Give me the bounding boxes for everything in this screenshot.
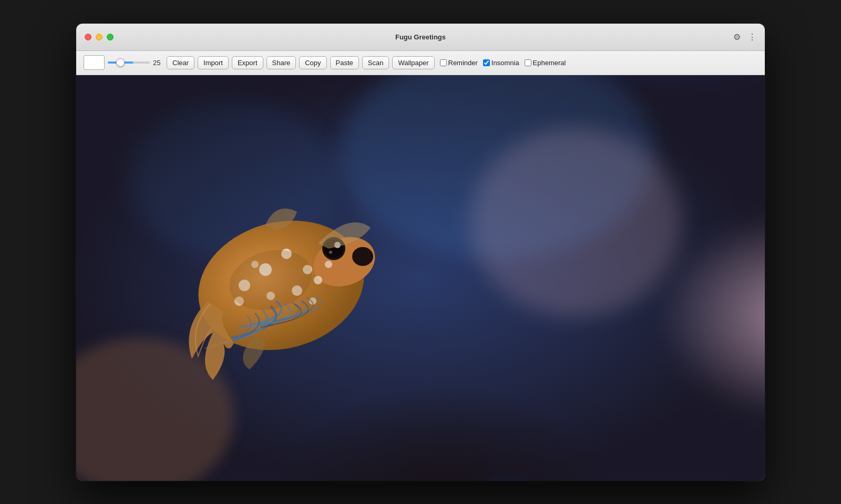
insomnia-label: Insomnia	[491, 59, 519, 67]
copy-button[interactable]: Copy	[299, 56, 326, 69]
ephemeral-label: Ephemeral	[533, 59, 566, 67]
svg-point-8	[129, 101, 339, 259]
traffic-lights	[85, 34, 114, 40]
canvas-area[interactable]	[76, 75, 765, 481]
app-window: Fugu Greetings ⚙ ⋮ 25 Clear Import Expor…	[76, 24, 765, 481]
reminder-checkbox[interactable]	[440, 59, 447, 66]
svg-point-7	[381, 375, 591, 481]
svg-point-25	[322, 237, 345, 260]
brush-size-slider[interactable]	[108, 61, 150, 64]
svg-point-11	[183, 202, 378, 368]
share-button[interactable]: Share	[266, 56, 296, 69]
canvas-background	[76, 75, 765, 481]
ephemeral-checkbox[interactable]	[525, 59, 531, 66]
svg-point-3	[581, 275, 765, 481]
svg-point-21	[251, 261, 259, 268]
checkbox-group: Reminder Insomnia Ephemeral	[440, 59, 566, 67]
reminder-checkbox-label[interactable]: Reminder	[440, 59, 478, 67]
clear-button[interactable]: Clear	[167, 56, 194, 69]
wallpaper-button[interactable]: Wallpaper	[392, 56, 434, 69]
svg-point-22	[325, 261, 332, 268]
window-title: Fugu Greetings	[395, 33, 446, 41]
svg-point-28	[329, 251, 332, 254]
slider-value: 25	[153, 59, 163, 67]
fish-illustration	[76, 75, 765, 481]
titlebar-actions: ⚙ ⋮	[733, 32, 756, 42]
menu-icon[interactable]: ⋮	[748, 32, 756, 42]
svg-point-14	[259, 263, 272, 276]
maximize-button[interactable]	[107, 34, 114, 40]
close-button[interactable]	[85, 34, 91, 40]
import-button[interactable]: Import	[198, 56, 229, 69]
svg-point-18	[266, 292, 275, 300]
svg-point-29	[222, 241, 319, 319]
reminder-label: Reminder	[448, 59, 478, 67]
titlebar: Fugu Greetings ⚙ ⋮	[76, 24, 765, 51]
color-swatch[interactable]	[84, 55, 105, 70]
svg-point-23	[234, 296, 244, 306]
ephemeral-checkbox-label[interactable]: Ephemeral	[525, 59, 566, 67]
svg-point-10	[470, 128, 681, 317]
scan-button[interactable]: Scan	[362, 56, 389, 69]
svg-point-12	[306, 229, 382, 295]
svg-point-15	[281, 249, 292, 259]
svg-rect-0	[76, 75, 765, 481]
svg-point-20	[314, 276, 322, 284]
settings-icon[interactable]: ⚙	[733, 32, 741, 42]
svg-point-2	[460, 154, 765, 448]
paste-button[interactable]: Paste	[330, 56, 359, 69]
insomnia-checkbox[interactable]	[483, 59, 490, 66]
minimize-button[interactable]	[96, 34, 102, 40]
svg-point-16	[303, 265, 312, 274]
svg-point-6	[197, 254, 670, 481]
svg-point-4	[76, 233, 237, 443]
svg-point-13	[352, 247, 373, 266]
toolbar: 25 Clear Import Export Share Copy Paste …	[76, 51, 765, 75]
svg-point-24	[309, 297, 316, 305]
svg-point-17	[239, 280, 250, 291]
svg-point-19	[292, 285, 302, 296]
svg-point-5	[76, 338, 234, 481]
svg-point-9	[339, 75, 654, 259]
slider-container: 25	[108, 59, 163, 67]
svg-point-26	[324, 239, 343, 258]
export-button[interactable]: Export	[232, 56, 263, 69]
insomnia-checkbox-label[interactable]: Insomnia	[483, 59, 519, 67]
svg-point-27	[334, 242, 341, 248]
svg-point-1	[286, 75, 765, 254]
